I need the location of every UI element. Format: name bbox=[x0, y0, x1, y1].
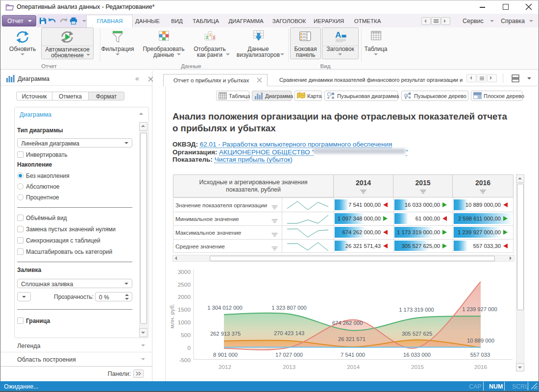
svg-text:2016: 2016 bbox=[474, 364, 488, 370]
svg-text:1 304 012 000: 1 304 012 000 bbox=[207, 305, 243, 311]
svg-text:2014: 2014 bbox=[347, 364, 360, 370]
svg-text:1 239 927 000: 1 239 927 000 bbox=[462, 306, 497, 312]
svg-text:1 323 807 000: 1 323 807 000 bbox=[271, 305, 307, 311]
svg-text:3: 3 bbox=[212, 35, 215, 40]
svg-text:2015: 2015 bbox=[411, 364, 424, 370]
svg-text:-500: -500 bbox=[179, 357, 191, 364]
svg-text:1: 1 bbox=[209, 32, 212, 37]
svg-text:2012: 2012 bbox=[219, 364, 231, 370]
svg-text:17 027 000: 17 027 000 bbox=[275, 352, 303, 358]
svg-text:2: 2 bbox=[206, 35, 208, 40]
svg-text:млн. руб.: млн. руб. bbox=[169, 304, 175, 329]
svg-text:16 033 000: 16 033 000 bbox=[403, 352, 431, 358]
svg-text:A: A bbox=[335, 31, 341, 40]
svg-text:557 033: 557 033 bbox=[470, 352, 490, 358]
svg-text:8 901 000: 8 901 000 bbox=[213, 352, 238, 358]
svg-text:0: 0 bbox=[187, 344, 191, 351]
svg-text:3000: 3000 bbox=[178, 269, 191, 275]
svg-text:262 913 375: 262 913 375 bbox=[210, 331, 241, 337]
svg-text:2500: 2500 bbox=[178, 281, 191, 288]
svg-text:2000: 2000 bbox=[178, 294, 191, 300]
svg-text:1 173 319 000: 1 173 319 000 bbox=[399, 307, 434, 313]
svg-text:26 321 571: 26 321 571 bbox=[338, 336, 366, 342]
svg-text:305 527 625: 305 527 625 bbox=[402, 331, 432, 337]
svg-text:10 889 000: 10 889 000 bbox=[467, 338, 494, 343]
svg-text:7 541 000: 7 541 000 bbox=[341, 352, 365, 358]
svg-text:674 262 000: 674 262 000 bbox=[332, 320, 363, 326]
svg-text:500: 500 bbox=[181, 332, 191, 339]
svg-text:2013: 2013 bbox=[283, 364, 296, 370]
svg-text:270 423 143: 270 423 143 bbox=[274, 330, 304, 336]
svg-text:1000: 1000 bbox=[178, 319, 191, 326]
svg-text:1500: 1500 bbox=[178, 306, 191, 313]
